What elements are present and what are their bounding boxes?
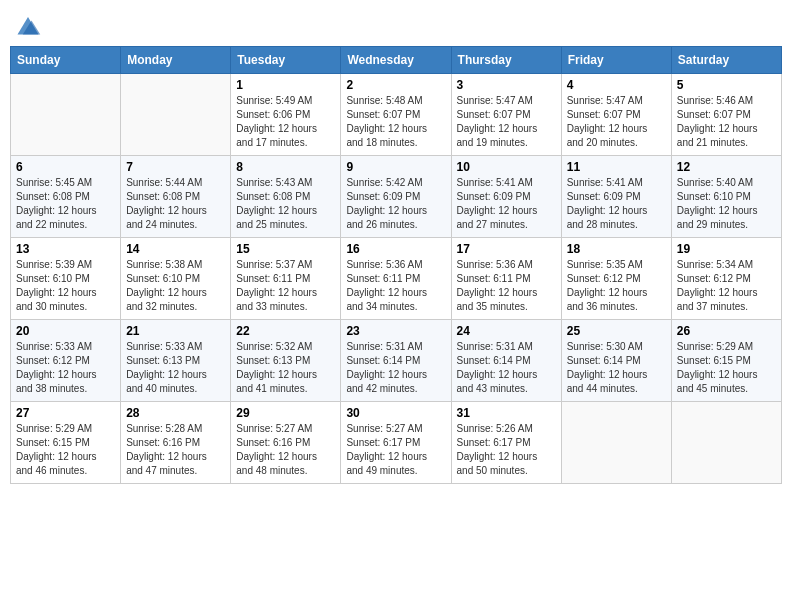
day-number: 21	[126, 324, 225, 338]
calendar-week-row: 20Sunrise: 5:33 AMSunset: 6:12 PMDayligh…	[11, 320, 782, 402]
day-number: 27	[16, 406, 115, 420]
day-number: 10	[457, 160, 556, 174]
calendar-cell: 8Sunrise: 5:43 AMSunset: 6:08 PMDaylight…	[231, 156, 341, 238]
day-number: 31	[457, 406, 556, 420]
calendar-cell: 19Sunrise: 5:34 AMSunset: 6:12 PMDayligh…	[671, 238, 781, 320]
calendar-week-row: 6Sunrise: 5:45 AMSunset: 6:08 PMDaylight…	[11, 156, 782, 238]
day-of-week-header: Sunday	[11, 47, 121, 74]
day-number: 13	[16, 242, 115, 256]
calendar-header-row: SundayMondayTuesdayWednesdayThursdayFrid…	[11, 47, 782, 74]
day-info: Sunrise: 5:27 AMSunset: 6:17 PMDaylight:…	[346, 422, 445, 478]
day-info: Sunrise: 5:33 AMSunset: 6:13 PMDaylight:…	[126, 340, 225, 396]
calendar-cell: 25Sunrise: 5:30 AMSunset: 6:14 PMDayligh…	[561, 320, 671, 402]
day-number: 20	[16, 324, 115, 338]
day-info: Sunrise: 5:28 AMSunset: 6:16 PMDaylight:…	[126, 422, 225, 478]
day-number: 16	[346, 242, 445, 256]
calendar-cell: 21Sunrise: 5:33 AMSunset: 6:13 PMDayligh…	[121, 320, 231, 402]
calendar-cell: 7Sunrise: 5:44 AMSunset: 6:08 PMDaylight…	[121, 156, 231, 238]
calendar-cell: 11Sunrise: 5:41 AMSunset: 6:09 PMDayligh…	[561, 156, 671, 238]
calendar-cell: 26Sunrise: 5:29 AMSunset: 6:15 PMDayligh…	[671, 320, 781, 402]
day-number: 5	[677, 78, 776, 92]
calendar-cell: 3Sunrise: 5:47 AMSunset: 6:07 PMDaylight…	[451, 74, 561, 156]
day-number: 1	[236, 78, 335, 92]
day-number: 25	[567, 324, 666, 338]
day-of-week-header: Saturday	[671, 47, 781, 74]
calendar-cell: 28Sunrise: 5:28 AMSunset: 6:16 PMDayligh…	[121, 402, 231, 484]
day-info: Sunrise: 5:39 AMSunset: 6:10 PMDaylight:…	[16, 258, 115, 314]
day-info: Sunrise: 5:40 AMSunset: 6:10 PMDaylight:…	[677, 176, 776, 232]
logo-icon	[14, 10, 42, 38]
day-info: Sunrise: 5:33 AMSunset: 6:12 PMDaylight:…	[16, 340, 115, 396]
day-info: Sunrise: 5:49 AMSunset: 6:06 PMDaylight:…	[236, 94, 335, 150]
day-info: Sunrise: 5:38 AMSunset: 6:10 PMDaylight:…	[126, 258, 225, 314]
day-info: Sunrise: 5:26 AMSunset: 6:17 PMDaylight:…	[457, 422, 556, 478]
day-info: Sunrise: 5:31 AMSunset: 6:14 PMDaylight:…	[346, 340, 445, 396]
calendar-cell: 12Sunrise: 5:40 AMSunset: 6:10 PMDayligh…	[671, 156, 781, 238]
calendar-cell: 10Sunrise: 5:41 AMSunset: 6:09 PMDayligh…	[451, 156, 561, 238]
calendar-cell: 27Sunrise: 5:29 AMSunset: 6:15 PMDayligh…	[11, 402, 121, 484]
day-number: 18	[567, 242, 666, 256]
day-number: 22	[236, 324, 335, 338]
day-number: 7	[126, 160, 225, 174]
calendar-table: SundayMondayTuesdayWednesdayThursdayFrid…	[10, 46, 782, 484]
calendar-cell: 9Sunrise: 5:42 AMSunset: 6:09 PMDaylight…	[341, 156, 451, 238]
calendar-cell	[121, 74, 231, 156]
calendar-cell: 16Sunrise: 5:36 AMSunset: 6:11 PMDayligh…	[341, 238, 451, 320]
day-number: 12	[677, 160, 776, 174]
day-info: Sunrise: 5:36 AMSunset: 6:11 PMDaylight:…	[346, 258, 445, 314]
day-number: 26	[677, 324, 776, 338]
calendar-cell	[561, 402, 671, 484]
day-info: Sunrise: 5:48 AMSunset: 6:07 PMDaylight:…	[346, 94, 445, 150]
calendar-cell: 20Sunrise: 5:33 AMSunset: 6:12 PMDayligh…	[11, 320, 121, 402]
day-info: Sunrise: 5:44 AMSunset: 6:08 PMDaylight:…	[126, 176, 225, 232]
day-number: 9	[346, 160, 445, 174]
calendar-cell: 14Sunrise: 5:38 AMSunset: 6:10 PMDayligh…	[121, 238, 231, 320]
day-info: Sunrise: 5:45 AMSunset: 6:08 PMDaylight:…	[16, 176, 115, 232]
calendar-cell	[671, 402, 781, 484]
day-number: 14	[126, 242, 225, 256]
day-number: 6	[16, 160, 115, 174]
day-of-week-header: Friday	[561, 47, 671, 74]
day-number: 15	[236, 242, 335, 256]
calendar-cell: 5Sunrise: 5:46 AMSunset: 6:07 PMDaylight…	[671, 74, 781, 156]
day-number: 24	[457, 324, 556, 338]
day-info: Sunrise: 5:37 AMSunset: 6:11 PMDaylight:…	[236, 258, 335, 314]
day-info: Sunrise: 5:41 AMSunset: 6:09 PMDaylight:…	[567, 176, 666, 232]
calendar-cell: 17Sunrise: 5:36 AMSunset: 6:11 PMDayligh…	[451, 238, 561, 320]
day-number: 2	[346, 78, 445, 92]
calendar-cell	[11, 74, 121, 156]
day-info: Sunrise: 5:47 AMSunset: 6:07 PMDaylight:…	[457, 94, 556, 150]
day-info: Sunrise: 5:35 AMSunset: 6:12 PMDaylight:…	[567, 258, 666, 314]
day-number: 3	[457, 78, 556, 92]
calendar-week-row: 27Sunrise: 5:29 AMSunset: 6:15 PMDayligh…	[11, 402, 782, 484]
page-header	[10, 10, 782, 38]
day-info: Sunrise: 5:42 AMSunset: 6:09 PMDaylight:…	[346, 176, 445, 232]
day-number: 23	[346, 324, 445, 338]
calendar-cell: 23Sunrise: 5:31 AMSunset: 6:14 PMDayligh…	[341, 320, 451, 402]
day-info: Sunrise: 5:47 AMSunset: 6:07 PMDaylight:…	[567, 94, 666, 150]
day-number: 29	[236, 406, 335, 420]
calendar-cell: 22Sunrise: 5:32 AMSunset: 6:13 PMDayligh…	[231, 320, 341, 402]
calendar-week-row: 13Sunrise: 5:39 AMSunset: 6:10 PMDayligh…	[11, 238, 782, 320]
day-of-week-header: Monday	[121, 47, 231, 74]
day-of-week-header: Thursday	[451, 47, 561, 74]
calendar-cell: 18Sunrise: 5:35 AMSunset: 6:12 PMDayligh…	[561, 238, 671, 320]
calendar-cell: 24Sunrise: 5:31 AMSunset: 6:14 PMDayligh…	[451, 320, 561, 402]
day-info: Sunrise: 5:31 AMSunset: 6:14 PMDaylight:…	[457, 340, 556, 396]
day-info: Sunrise: 5:41 AMSunset: 6:09 PMDaylight:…	[457, 176, 556, 232]
logo	[14, 10, 46, 38]
day-number: 19	[677, 242, 776, 256]
day-info: Sunrise: 5:36 AMSunset: 6:11 PMDaylight:…	[457, 258, 556, 314]
calendar-cell: 2Sunrise: 5:48 AMSunset: 6:07 PMDaylight…	[341, 74, 451, 156]
day-info: Sunrise: 5:34 AMSunset: 6:12 PMDaylight:…	[677, 258, 776, 314]
day-number: 28	[126, 406, 225, 420]
day-number: 30	[346, 406, 445, 420]
day-number: 4	[567, 78, 666, 92]
day-info: Sunrise: 5:46 AMSunset: 6:07 PMDaylight:…	[677, 94, 776, 150]
calendar-cell: 13Sunrise: 5:39 AMSunset: 6:10 PMDayligh…	[11, 238, 121, 320]
day-of-week-header: Wednesday	[341, 47, 451, 74]
day-of-week-header: Tuesday	[231, 47, 341, 74]
day-info: Sunrise: 5:29 AMSunset: 6:15 PMDaylight:…	[677, 340, 776, 396]
calendar-week-row: 1Sunrise: 5:49 AMSunset: 6:06 PMDaylight…	[11, 74, 782, 156]
day-info: Sunrise: 5:27 AMSunset: 6:16 PMDaylight:…	[236, 422, 335, 478]
